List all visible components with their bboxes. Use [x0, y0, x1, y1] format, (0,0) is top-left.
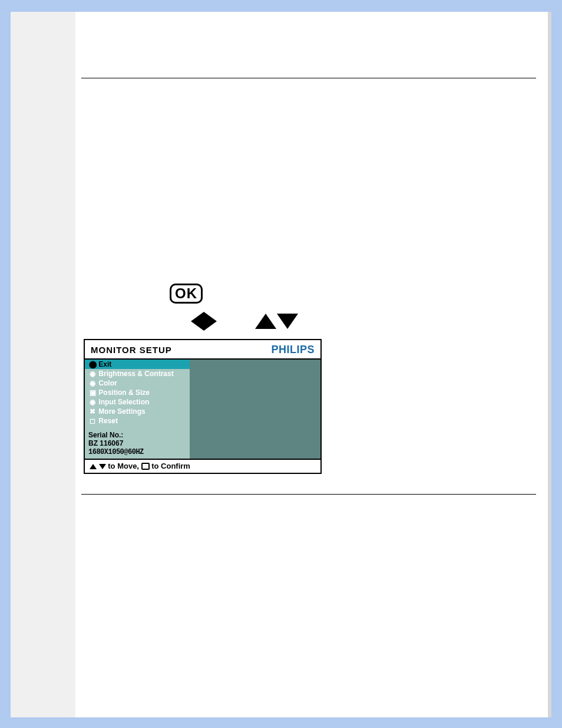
osd-menu-item[interactable]: ◻ Reset — [85, 416, 190, 426]
arrow-right-icon — [204, 312, 217, 331]
arrow-icons — [191, 312, 536, 331]
osd-menu-panel: ⬤ Exit◉ Brightness & Contrast◉ Color▣ Po… — [85, 360, 190, 459]
arrow-down-icon — [99, 464, 106, 469]
menu-item-icon: ✖ — [88, 407, 97, 416]
left-sidebar — [11, 12, 75, 717]
osd-panel: MONITOR SETUP PHILIPS ⬤ Exit◉ Brightness… — [84, 339, 322, 474]
footer-confirm-text: to Confirm — [151, 462, 190, 470]
menu-item-label: Color — [98, 379, 117, 387]
osd-footer: to Move, to Confirm — [85, 459, 320, 473]
serial-block: Serial No.: BZ 116067 — [85, 426, 190, 448]
menu-item-label: Input Selection — [98, 398, 149, 406]
arrow-up-icon — [255, 314, 276, 329]
document-page: OK MONITOR SETUP PHILIPS ⬤ Exit◉ Brightn… — [11, 12, 551, 717]
menu-item-label: Reset — [98, 417, 118, 425]
menu-item-icon: ◉ — [88, 370, 97, 378]
spacer — [81, 78, 536, 273]
osd-body: ⬤ Exit◉ Brightness & Contrast◉ Color▣ Po… — [85, 358, 320, 459]
menu-item-icon: ▣ — [88, 388, 97, 397]
menu-item-icon: ⬤ — [88, 360, 97, 368]
osd-menu-item[interactable]: ◉ Brightness & Contrast — [85, 369, 190, 378]
osd-menu-item[interactable]: ✖ More Settings — [85, 407, 190, 416]
serial-value: BZ 116067 — [88, 439, 123, 447]
ok-icon — [141, 463, 150, 470]
osd-menu-item[interactable]: ▣ Position & Size — [85, 388, 190, 397]
menu-item-label: Brightness & Contrast — [98, 370, 173, 378]
osd-header: MONITOR SETUP PHILIPS — [85, 340, 320, 358]
osd-menu-item[interactable]: ◉ Color — [85, 378, 190, 388]
footer-move-text: to Move, — [108, 462, 141, 470]
osd-preview-panel — [190, 360, 320, 459]
menu-item-icon: ◉ — [88, 398, 97, 406]
arrow-left-icon — [191, 312, 204, 331]
osd-menu-item[interactable]: ⬤ Exit — [85, 360, 190, 369]
menu-item-icon: ◻ — [88, 417, 97, 425]
arrow-down-icon — [277, 314, 298, 329]
menu-item-label: More Settings — [98, 407, 145, 416]
control-icons: OK — [170, 284, 536, 331]
menu-item-label: Exit — [98, 360, 111, 368]
spacer — [81, 24, 536, 78]
menu-item-label: Position & Size — [98, 388, 150, 397]
resolution-mode: 1680X1050@60HZ — [85, 448, 190, 459]
osd-title: MONITOR SETUP — [91, 345, 172, 355]
brand-logo: PHILIPS — [271, 344, 315, 356]
osd-menu[interactable]: ⬤ Exit◉ Brightness & Contrast◉ Color▣ Po… — [85, 360, 190, 426]
arrow-up-icon — [90, 464, 97, 469]
menu-item-icon: ◉ — [88, 379, 97, 387]
ok-button-icon: OK — [170, 284, 203, 304]
serial-label: Serial No.: — [88, 431, 123, 439]
main-content: OK MONITOR SETUP PHILIPS ⬤ Exit◉ Brightn… — [75, 12, 548, 717]
osd-menu-item[interactable]: ◉ Input Selection — [85, 397, 190, 407]
spacer — [81, 495, 536, 648]
